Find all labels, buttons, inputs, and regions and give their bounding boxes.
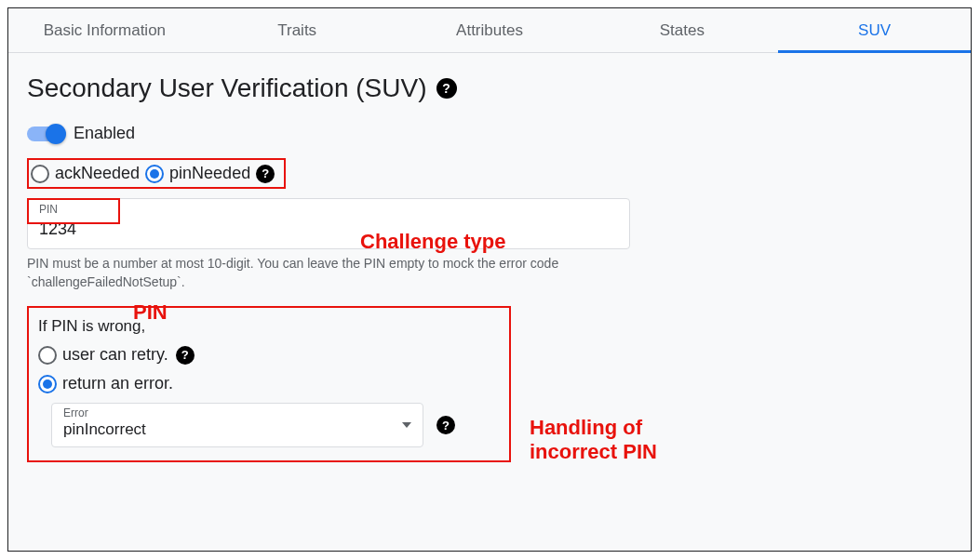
annotation-handling: Handling of incorrect PIN xyxy=(530,416,716,465)
pin-float-label: PIN xyxy=(39,203,58,216)
error-select[interactable]: Error pinIncorrect xyxy=(51,403,423,447)
radio-label-error: return an error. xyxy=(62,374,173,393)
tab-traits[interactable]: Traits xyxy=(201,9,394,52)
radio-label-ackneeded: ackNeeded xyxy=(55,164,140,183)
radio-label-pinneeded: pinNeeded xyxy=(169,164,250,183)
radio-return-error-row: return an error. xyxy=(38,374,496,393)
wrong-pin-prompt: If PIN is wrong, xyxy=(38,317,496,336)
error-select-row: Error pinIncorrect ? xyxy=(51,403,496,447)
enabled-toggle[interactable] xyxy=(27,126,64,141)
page-title-row: Secondary User Verification (SUV) ? xyxy=(27,73,952,103)
enabled-toggle-row: Enabled xyxy=(27,124,952,143)
radio-user-can-retry[interactable]: user can retry. xyxy=(38,345,168,365)
radio-button-pinneeded[interactable] xyxy=(145,165,164,183)
enabled-toggle-label: Enabled xyxy=(74,124,135,143)
radio-button-error[interactable] xyxy=(38,375,57,393)
pin-helper-text: PIN must be a number at most 10-digit. Y… xyxy=(27,255,630,291)
pin-field-row: PIN xyxy=(27,198,952,249)
radio-ackneeded[interactable]: ackNeeded xyxy=(31,164,140,183)
error-float-label: Error xyxy=(63,406,88,419)
help-icon[interactable]: ? xyxy=(256,165,275,183)
help-icon[interactable]: ? xyxy=(436,416,455,434)
help-icon[interactable]: ? xyxy=(176,346,195,365)
help-icon[interactable]: ? xyxy=(436,78,457,99)
tab-states[interactable]: States xyxy=(585,9,778,52)
content-area: Secondary User Verification (SUV) ? Enab… xyxy=(8,53,971,483)
chevron-down-icon xyxy=(402,422,411,428)
app-window: Basic Information Traits Attributes Stat… xyxy=(7,7,972,552)
tab-bar: Basic Information Traits Attributes Stat… xyxy=(8,8,971,53)
pin-field[interactable]: PIN xyxy=(27,198,630,249)
tab-basic-information[interactable]: Basic Information xyxy=(8,9,201,52)
challenge-type-group: ackNeeded pinNeeded ? xyxy=(27,158,286,189)
page-title: Secondary User Verification (SUV) xyxy=(27,73,427,103)
radio-pinneeded[interactable]: pinNeeded xyxy=(145,164,250,183)
radio-return-error[interactable]: return an error. xyxy=(38,374,173,393)
tab-suv[interactable]: SUV xyxy=(778,9,971,52)
radio-button-retry[interactable] xyxy=(38,346,57,365)
radio-button-ackneeded[interactable] xyxy=(31,165,49,183)
wrong-pin-group: If PIN is wrong, user can retry. ? retur… xyxy=(27,306,511,462)
tab-attributes[interactable]: Attributes xyxy=(394,9,586,52)
radio-user-can-retry-row: user can retry. ? xyxy=(38,345,496,365)
radio-label-retry: user can retry. xyxy=(62,345,168,365)
